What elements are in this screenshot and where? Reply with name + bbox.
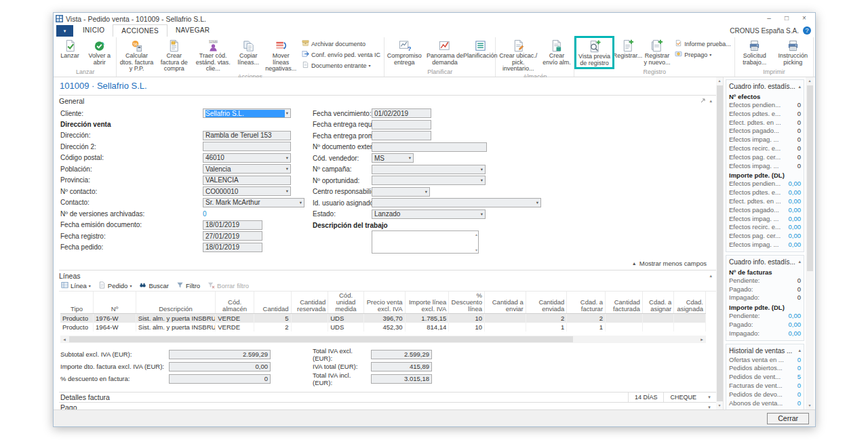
total-iva-excl-eur-field[interactable]: 2.599,29 [371,350,432,359]
panorama-de-demanda-button[interactable]: Panorama de demanda [424,37,467,68]
main-vertical-scrollbar[interactable]: ▴ ▾ [716,77,723,409]
factbox-value[interactable]: 0,00 [786,241,802,249]
column-header-cdad-asignada[interactable]: Cdad. asignada [674,292,706,314]
fecha-vencimiento-field[interactable]: 01/02/2019 [372,108,431,118]
lines-fasttab-header[interactable]: Líneas ▴ [59,270,716,281]
iva-total-eur-field[interactable]: 415,89 [371,362,432,371]
horizontal-scrollbar[interactable]: ◂ ▸ [60,336,706,343]
crear-factura-de-compra-button[interactable]: Crear factura de compra [157,37,192,73]
fecha-entrega-requerida-field[interactable] [372,120,431,129]
pedido-button[interactable]: Pedido▾ [98,281,132,290]
scroll-left-icon[interactable]: ◂ [60,337,68,342]
direccion-field[interactable]: Rambla de Teruel 153 [203,131,291,140]
n-de-versiones-archivadas-value[interactable]: 0 [203,210,207,218]
contacto-field[interactable]: Sr. Mark McArthur▾ [203,198,304,207]
crear-envio-alm-button[interactable]: Crear envío alm. [540,37,573,73]
column-header-descripcion[interactable]: Descripción [136,292,215,314]
calcular-dtos-factura-y-p-p-button[interactable]: %Calcular dtos. factura y P.P. [117,37,157,73]
direccion-2-field[interactable] [203,142,291,151]
subtotal-excl-iva-eur-field[interactable]: 2.599,29 [169,350,271,359]
compromiso-entrega-button[interactable]: ?Compromiso entrega [385,37,424,68]
traer-cod-estand-vtas-clie-button[interactable]: 12345Traer cód. estánd. vtas. clie... [192,37,234,73]
expand-icon[interactable] [700,98,706,104]
factbox-value[interactable]: 0,00 [786,223,802,232]
n-contacto-field[interactable]: CO000010▾ [203,186,291,196]
column-header-tipo[interactable]: Tipo [60,292,94,314]
close-window-button[interactable]: × [795,14,813,24]
factbox-vertical-scrollbar[interactable]: ▴ ▾ [806,77,814,409]
factbox-value[interactable]: 0 [795,390,801,399]
scroll-right-icon[interactable]: ▸ [698,337,706,342]
n-oportunidad-field[interactable]: ▾ [372,176,486,185]
conf-envio-ped-venta-ic-button[interactable]: Conf. envío ped. venta IC [302,50,380,59]
column-header-importe-linea-excl-iva[interactable]: Importe línea excl. IVA [405,292,449,314]
scroll-down-icon[interactable]: ▾ [808,402,810,409]
scrollbar-thumb[interactable] [69,336,573,342]
tab-acciones[interactable]: ACCIONES [113,24,167,37]
n-campana-field[interactable]: ▾ [372,165,486,174]
help-icon[interactable]: ? [803,26,811,35]
column-header-cdad-a-facturar[interactable]: Cdad. a facturar [567,292,606,314]
tab-navegar[interactable]: NAVEGAR [167,24,218,37]
factbox-header[interactable]: Historial de ventas ...▴ [729,346,801,356]
column-header-cantidad-reservada[interactable]: Cantidad reservada [291,292,328,314]
factbox-header[interactable]: Cuadro info. estadís...▴ [729,257,801,267]
factbox-value[interactable]: 0,00 [786,188,802,197]
fecha-pedido-field[interactable]: 18/01/2019 [203,243,262,252]
work-description-textarea[interactable]: ▴▾ [372,230,479,254]
mover-lineas-negativas-button[interactable]: Mover líneas negativas... [262,37,299,73]
prepago-button[interactable]: Prepago▾ [675,50,731,59]
factbox-value[interactable]: 0,00 [786,232,802,241]
factbox-value[interactable]: 5 [795,373,801,382]
minimize-button[interactable]: – [760,14,778,24]
application-menu-button[interactable]: ▾ [56,25,73,37]
show-less-fields[interactable]: ▲ Mostrar menos campos [59,259,716,269]
chevron-up-icon[interactable]: ▴ [709,98,712,104]
factbox-value[interactable]: 0,00 [786,215,802,224]
scrollbar-thumb[interactable] [807,85,813,271]
fasttab-detalles-factura[interactable]: Detalles factura14 DÍASCHEQUE▾ [59,392,716,402]
scroll-up-icon[interactable]: ▴ [808,77,810,85]
vista-previa-de-registro-button[interactable]: Vista previa de registro [574,36,614,69]
solicitud-trabajo-button[interactable]: Solicitud trabajo... [736,37,774,68]
maximize-button[interactable]: □ [778,14,795,24]
cod-vendedor-field[interactable]: MS▾ [372,153,414,163]
fecha-registro-field[interactable]: 27/01/2019 [203,231,262,241]
factbox-value[interactable]: 0 [795,356,801,365]
poblacion-field[interactable]: Valencia▾ [203,164,291,174]
column-header-cantidad-enviada[interactable]: Cantidad enviada [526,292,567,314]
factbox-value[interactable]: 0,00 [786,206,802,215]
factbox-value[interactable]: 0,00 [786,321,802,329]
descuento-en-factura-field[interactable]: 0 [169,374,271,384]
table-row[interactable]: Producto1976-WSist. alm. y puerta INSBRU… [60,314,706,323]
filtro-button[interactable]: Filtro [176,281,200,290]
column-header-descuento-linea[interactable]: % Descuento línea [449,292,485,314]
column-header-cdad-a-asignar[interactable]: Cdad. a asignar [642,292,674,314]
factbox-value[interactable]: 0,00 [786,197,802,206]
documento-entrante-button[interactable]: Documento entrante▾ [302,61,380,70]
informe-prueba-button[interactable]: Informe prueba... [675,39,731,48]
scrollbar-thumb[interactable] [717,85,723,401]
factbox-value[interactable]: 0,00 [786,329,802,338]
importe-dto-factura-excl-iva-eur-field[interactable]: 0,00 [169,362,271,371]
registrar-y-nuevo-button[interactable]: Registrar y nuevo... [642,37,673,68]
cliente-field[interactable]: Sellafrio S.L.▾ [203,108,291,118]
tab-inicio[interactable]: INICIO [75,24,113,37]
fecha-entrega-prometida-field[interactable] [372,131,431,140]
column-header-n[interactable]: Nº [94,292,136,314]
general-fasttab-header[interactable]: General ▴ [59,95,716,106]
column-header-cantidad[interactable]: Cantidad [254,292,291,314]
provincia-field[interactable]: VALENCIA [203,176,291,185]
factbox-value[interactable]: 0 [795,382,801,390]
volver-a-abrir-button[interactable]: Volver a abrir [84,37,115,68]
factbox-value[interactable]: 0,00 [786,180,802,188]
total-iva-incl-eur-field[interactable]: 3.015,18 [371,374,432,384]
chevron-up-icon[interactable]: ▴ [475,232,477,237]
planificacion-button[interactable]: Planificación [466,37,494,68]
column-header-cantidad-a-enviar[interactable]: Cantidad a enviar [484,292,526,314]
factbox-value[interactable]: 0 [795,399,801,408]
factbox-header[interactable]: Cuadro info. estadís...▴ [729,81,801,92]
column-header-cod-unidad-medida[interactable]: Cód. unidad medida [328,292,364,314]
scroll-up-icon[interactable]: ▴ [718,77,720,85]
copiar-lineas-button[interactable]: Copiar líneas... [234,37,262,73]
